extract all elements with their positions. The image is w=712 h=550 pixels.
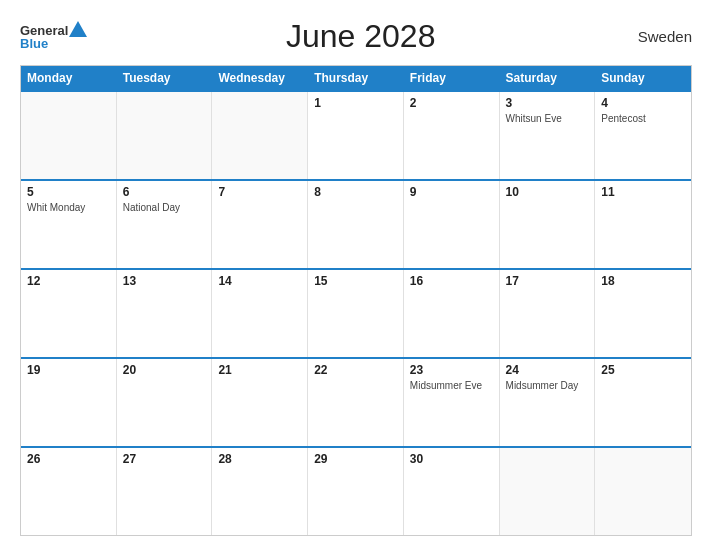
calendar-cell: 27 — [117, 448, 213, 535]
cell-day-number: 27 — [123, 452, 206, 466]
cell-day-number: 2 — [410, 96, 493, 110]
cell-day-number: 6 — [123, 185, 206, 199]
calendar-week: 1920212223Midsummer Eve24Midsummer Day25 — [21, 357, 691, 446]
calendar-cell — [500, 448, 596, 535]
calendar-cell: 18 — [595, 270, 691, 357]
logo-blue: Blue — [20, 37, 48, 50]
cell-day-number: 15 — [314, 274, 397, 288]
cell-day-number: 22 — [314, 363, 397, 377]
calendar-cell: 19 — [21, 359, 117, 446]
calendar-title: June 2028 — [89, 18, 632, 55]
calendar-cell — [117, 92, 213, 179]
calendar-header-cell: Saturday — [500, 66, 596, 90]
cell-day-number: 5 — [27, 185, 110, 199]
calendar-cell: 22 — [308, 359, 404, 446]
calendar-cell: 3Whitsun Eve — [500, 92, 596, 179]
cell-event-label: Midsummer Eve — [410, 379, 493, 392]
calendar-cell: 8 — [308, 181, 404, 268]
cell-day-number: 14 — [218, 274, 301, 288]
calendar-cell: 17 — [500, 270, 596, 357]
cell-day-number: 12 — [27, 274, 110, 288]
logo-triangle-icon — [69, 21, 87, 37]
calendar-cell: 10 — [500, 181, 596, 268]
calendar-cell: 12 — [21, 270, 117, 357]
country-label: Sweden — [632, 28, 692, 45]
calendar-header-row: MondayTuesdayWednesdayThursdayFridaySatu… — [21, 66, 691, 90]
calendar-cell: 21 — [212, 359, 308, 446]
cell-event-label: Midsummer Day — [506, 379, 589, 392]
calendar-cell: 20 — [117, 359, 213, 446]
calendar-cell: 28 — [212, 448, 308, 535]
cell-day-number: 26 — [27, 452, 110, 466]
cell-day-number: 21 — [218, 363, 301, 377]
page: General Blue June 2028 Sweden MondayTues… — [0, 0, 712, 550]
cell-day-number: 10 — [506, 185, 589, 199]
calendar-cell: 7 — [212, 181, 308, 268]
cell-day-number: 24 — [506, 363, 589, 377]
calendar-week: 123Whitsun Eve4Pentecost — [21, 90, 691, 179]
cell-day-number: 7 — [218, 185, 301, 199]
cell-event-label: National Day — [123, 201, 206, 214]
calendar-cell — [212, 92, 308, 179]
calendar-header-cell: Tuesday — [117, 66, 213, 90]
calendar-header-cell: Wednesday — [212, 66, 308, 90]
calendar-cell: 14 — [212, 270, 308, 357]
cell-day-number: 25 — [601, 363, 685, 377]
calendar-week: 12131415161718 — [21, 268, 691, 357]
cell-day-number: 9 — [410, 185, 493, 199]
calendar-cell: 9 — [404, 181, 500, 268]
calendar-cell: 11 — [595, 181, 691, 268]
cell-day-number: 13 — [123, 274, 206, 288]
calendar: MondayTuesdayWednesdayThursdayFridaySatu… — [20, 65, 692, 536]
calendar-body: 123Whitsun Eve4Pentecost5Whit Monday6Nat… — [21, 90, 691, 535]
logo-general: General — [20, 24, 68, 37]
calendar-cell: 13 — [117, 270, 213, 357]
cell-day-number: 28 — [218, 452, 301, 466]
calendar-cell: 29 — [308, 448, 404, 535]
cell-day-number: 18 — [601, 274, 685, 288]
calendar-cell — [21, 92, 117, 179]
calendar-cell: 16 — [404, 270, 500, 357]
cell-day-number: 16 — [410, 274, 493, 288]
cell-day-number: 20 — [123, 363, 206, 377]
logo: General Blue — [20, 23, 89, 50]
cell-day-number: 3 — [506, 96, 589, 110]
cell-day-number: 11 — [601, 185, 685, 199]
calendar-cell: 15 — [308, 270, 404, 357]
calendar-cell: 5Whit Monday — [21, 181, 117, 268]
calendar-header-cell: Monday — [21, 66, 117, 90]
calendar-header-cell: Thursday — [308, 66, 404, 90]
calendar-cell: 6National Day — [117, 181, 213, 268]
cell-day-number: 29 — [314, 452, 397, 466]
calendar-cell — [595, 448, 691, 535]
calendar-cell: 26 — [21, 448, 117, 535]
cell-day-number: 17 — [506, 274, 589, 288]
cell-day-number: 23 — [410, 363, 493, 377]
calendar-cell: 30 — [404, 448, 500, 535]
cell-event-label: Pentecost — [601, 112, 685, 125]
cell-day-number: 8 — [314, 185, 397, 199]
calendar-cell: 25 — [595, 359, 691, 446]
calendar-week: 2627282930 — [21, 446, 691, 535]
cell-day-number: 19 — [27, 363, 110, 377]
calendar-cell: 2 — [404, 92, 500, 179]
cell-day-number: 4 — [601, 96, 685, 110]
cell-event-label: Whit Monday — [27, 201, 110, 214]
calendar-cell: 1 — [308, 92, 404, 179]
calendar-cell: 23Midsummer Eve — [404, 359, 500, 446]
cell-day-number: 30 — [410, 452, 493, 466]
header: General Blue June 2028 Sweden — [20, 18, 692, 55]
calendar-week: 5Whit Monday6National Day7891011 — [21, 179, 691, 268]
cell-event-label: Whitsun Eve — [506, 112, 589, 125]
cell-day-number: 1 — [314, 96, 397, 110]
calendar-header-cell: Friday — [404, 66, 500, 90]
calendar-cell: 4Pentecost — [595, 92, 691, 179]
calendar-cell: 24Midsummer Day — [500, 359, 596, 446]
calendar-header-cell: Sunday — [595, 66, 691, 90]
